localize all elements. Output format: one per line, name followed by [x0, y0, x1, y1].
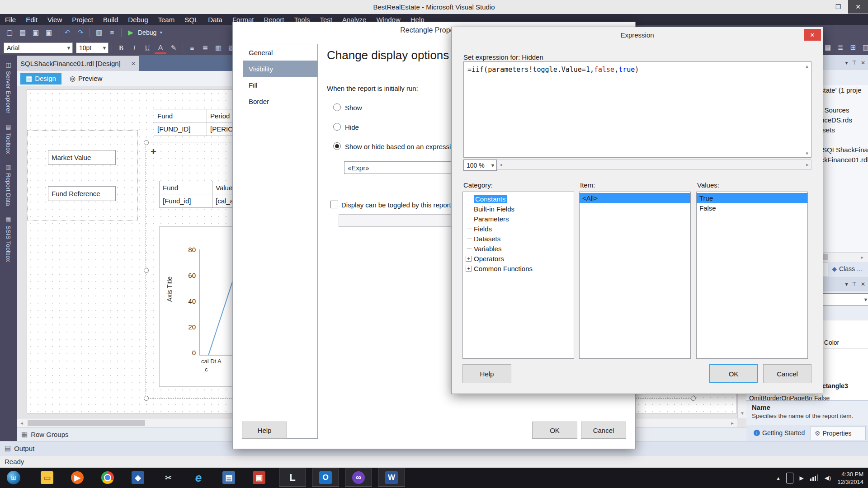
sidebar-tab-ssis-toolbox[interactable]: ▦ SSIS Toolbox [5, 216, 12, 262]
play-icon[interactable]: ▶ [800, 475, 804, 481]
debug-target-label[interactable]: Debug [138, 29, 156, 36]
tablix-data-cell[interactable]: [Fund_id] [159, 194, 212, 208]
font-size-combobox[interactable]: 10pt ▼ [76, 42, 108, 53]
menu-view[interactable]: View [42, 14, 67, 25]
zoom-combobox[interactable]: 100 % ▼ [463, 160, 497, 171]
tablix-header-cell[interactable]: Fund [159, 181, 212, 194]
value-false[interactable]: False [697, 203, 807, 213]
borders-icon[interactable]: ▦ [212, 42, 224, 54]
nav-border[interactable]: Border [243, 93, 317, 109]
expression-code-editor[interactable]: =iif(parameters!toggle.Value=1,false,tru… [463, 61, 811, 158]
taskbar-app-notes[interactable]: ▤ [215, 469, 242, 487]
debug-dropdown-icon[interactable]: ▾ [158, 27, 164, 38]
close-panel-icon[interactable] [861, 281, 865, 287]
close-panel-icon[interactable] [861, 60, 865, 66]
align-left-icon[interactable]: ≡ [186, 42, 198, 54]
scroll-left-icon[interactable] [18, 418, 26, 427]
scroll-right-icon[interactable] [804, 160, 811, 169]
ok-button[interactable]: OK [709, 364, 758, 383]
scroll-up-icon[interactable] [804, 63, 810, 69]
navigate-icon[interactable]: ≡ [106, 27, 118, 38]
tab-getting-started[interactable]: i Getting Started [750, 426, 811, 440]
category-common-functions[interactable]: Common Functions [463, 263, 574, 273]
open-file-icon[interactable]: ▤ [17, 27, 28, 38]
sidebar-tab-report-data[interactable]: ▥ Report Data [5, 164, 12, 206]
device-icon[interactable] [786, 473, 793, 483]
taskbar-internet-explorer[interactable]: e [185, 469, 212, 487]
menu-build[interactable]: Build [98, 14, 123, 25]
cancel-button[interactable]: Cancel [581, 422, 626, 439]
toggle-item-input[interactable] [339, 214, 453, 227]
tab-preview[interactable]: ◎ Preview [64, 73, 108, 84]
close-tab-icon[interactable] [131, 61, 136, 67]
clock[interactable]: 4:30 PM 12/3/2014 [837, 470, 863, 486]
scroll-right-icon[interactable] [858, 253, 866, 262]
underline-icon[interactable]: U [142, 42, 153, 54]
category-built-in-fields[interactable]: Built-in Fields [463, 204, 574, 214]
textbox-fund-reference[interactable]: Fund Reference [48, 186, 116, 201]
maximize-button[interactable]: ❐ [828, 0, 848, 14]
menu-project[interactable]: Project [67, 14, 98, 25]
save-all-icon[interactable]: ▣ [43, 27, 55, 38]
tab-properties[interactable]: ⚙ Properties [811, 426, 866, 440]
taskbar-snipping-tool[interactable]: ✂ [155, 469, 182, 487]
toggle-checkbox-label[interactable]: Display can be toggled by this report it… [341, 201, 466, 209]
window-position-icon[interactable] [845, 281, 848, 287]
tab-design[interactable]: ▦ Design [20, 73, 61, 84]
scroll-right-icon[interactable] [728, 418, 736, 427]
scroll-left-icon[interactable] [497, 160, 505, 169]
taskbar-chrome[interactable] [94, 469, 121, 487]
radio-show[interactable] [333, 103, 341, 111]
menu-sql[interactable]: SQL [179, 14, 203, 25]
tablix-data-cell[interactable]: [FUND_ID] [154, 122, 207, 136]
menu-team[interactable]: Team [153, 14, 180, 25]
redo-icon[interactable]: ↷ [75, 27, 86, 38]
value-true[interactable]: True [697, 193, 807, 203]
undo-icon[interactable]: ↶ [61, 27, 73, 38]
taskbar-linqpad[interactable]: L [279, 469, 306, 487]
tab-class-view[interactable]: ◆ Class View [828, 262, 868, 276]
align-center-icon[interactable]: ≣ [199, 42, 211, 54]
category-parameters[interactable]: Parameters [463, 214, 574, 224]
category-operators[interactable]: Operators [463, 253, 574, 263]
menu-edit[interactable]: Edit [21, 14, 42, 25]
move-handle-icon[interactable]: ✚ [151, 148, 156, 156]
nav-visibility[interactable]: Visibility [243, 61, 317, 77]
selection-handle[interactable] [691, 396, 696, 401]
bold-icon[interactable]: B [115, 42, 127, 54]
toggle-checkbox[interactable] [330, 201, 338, 208]
taskbar-file-explorer[interactable]: ▭ [33, 469, 61, 487]
table-icon[interactable]: ▦ [822, 42, 834, 53]
radio-expression-label[interactable]: Show or hide based on an expression [345, 143, 458, 150]
category-fields[interactable]: Fields [463, 224, 574, 234]
font-family-combobox[interactable]: Arial ▼ [4, 42, 73, 53]
category-constants[interactable]: Constants [463, 194, 574, 204]
nav-general[interactable]: General [243, 44, 317, 61]
code-horizontal-scrollbar[interactable] [497, 160, 811, 170]
save-icon[interactable]: ▣ [30, 27, 42, 38]
dialog-titlebar[interactable]: Expression [452, 27, 823, 43]
expand-icon[interactable] [466, 266, 472, 272]
window-position-icon[interactable] [845, 60, 848, 66]
cancel-button[interactable]: Cancel [763, 364, 811, 383]
network-icon[interactable] [810, 474, 818, 481]
sidebar-tab-toolbox[interactable]: ▤ Toolbox [5, 123, 12, 154]
ok-button[interactable]: OK [532, 422, 577, 439]
menu-data[interactable]: Data [203, 14, 227, 25]
selection-handle[interactable] [144, 268, 149, 273]
scrollbar-thumb[interactable] [28, 420, 145, 426]
expression-input[interactable]: «Expr» [344, 161, 462, 174]
scroll-down-icon[interactable] [738, 408, 747, 418]
nav-fill[interactable]: Fill [243, 77, 317, 93]
minimize-button[interactable]: ─ [808, 0, 828, 14]
pin-icon[interactable] [852, 60, 856, 66]
sidebar-tab-server-explorer[interactable]: ◫ Server Explorer [5, 61, 12, 113]
speaker-icon[interactable]: ◀) [825, 474, 831, 481]
help-button[interactable]: Help [462, 364, 511, 383]
scroll-down-icon[interactable] [804, 150, 810, 156]
close-dialog-icon[interactable]: ✕ [804, 29, 821, 41]
list-icon[interactable]: ≣ [835, 42, 846, 53]
taskbar-media-player[interactable]: ▶ [64, 469, 91, 487]
highlight-icon[interactable]: ✎ [168, 42, 179, 54]
taskbar-outlook[interactable]: O [312, 469, 339, 487]
